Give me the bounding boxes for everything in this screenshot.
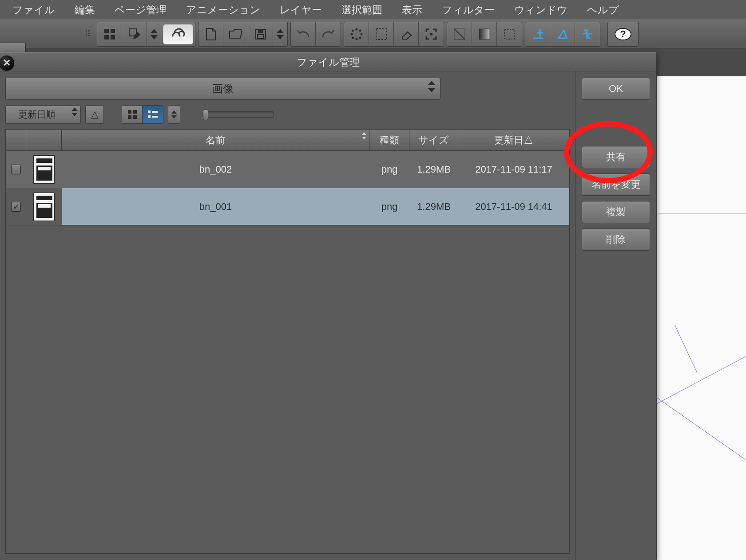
svg-rect-30 bbox=[152, 116, 158, 118]
col-date[interactable]: 更新日△ bbox=[458, 130, 569, 150]
svg-rect-27 bbox=[148, 110, 151, 113]
zoom-slider[interactable] bbox=[202, 111, 274, 118]
col-thumb[interactable] bbox=[26, 130, 62, 150]
col-size[interactable]: サイズ bbox=[409, 130, 458, 150]
stepper-icon bbox=[428, 81, 436, 92]
spinner-vertical-2[interactable] bbox=[273, 22, 287, 46]
svg-rect-24 bbox=[133, 110, 137, 114]
open-folder-icon[interactable] bbox=[223, 22, 248, 46]
sort-selector[interactable]: 更新日順 bbox=[5, 105, 81, 124]
share-button[interactable]: 共有 bbox=[582, 146, 650, 168]
menu-file[interactable]: ファイル bbox=[3, 0, 65, 20]
gradient-b-icon[interactable] bbox=[472, 22, 497, 46]
select-all-icon[interactable] bbox=[369, 22, 394, 46]
svg-rect-3 bbox=[111, 35, 115, 39]
col-type[interactable]: 種類 bbox=[369, 130, 409, 150]
menu-filter[interactable]: フィルター bbox=[432, 0, 504, 20]
delete-button[interactable]: 削除 bbox=[582, 229, 650, 251]
dialog-main: 画像 更新日順 △ bbox=[0, 71, 575, 560]
row-name: bn_001 bbox=[62, 201, 369, 213]
menu-window[interactable]: ウィンドウ bbox=[504, 0, 577, 20]
view-list-icon[interactable] bbox=[143, 106, 163, 123]
table-row[interactable]: bn_002 png 1.29MB 2017-11-09 11:17 bbox=[6, 151, 569, 188]
svg-point-15 bbox=[352, 29, 354, 32]
svg-rect-7 bbox=[258, 35, 264, 39]
menu-layer[interactable]: レイヤー bbox=[270, 0, 332, 20]
category-selector[interactable]: 画像 bbox=[5, 78, 440, 100]
sort-selector-label: 更新日順 bbox=[18, 108, 56, 121]
row-checkbox[interactable]: ✓ bbox=[11, 202, 21, 212]
help-icon[interactable]: ? bbox=[608, 22, 638, 46]
redo-icon[interactable] bbox=[316, 22, 341, 46]
spinner-vertical[interactable] bbox=[147, 22, 161, 46]
undo-icon[interactable] bbox=[291, 22, 316, 46]
row-date: 2017-11-09 11:17 bbox=[458, 164, 569, 175]
tool-group-undo bbox=[290, 22, 341, 47]
menu-page[interactable]: ページ管理 bbox=[105, 0, 176, 20]
thumb-size-stepper[interactable] bbox=[168, 105, 180, 124]
sort-direction-button[interactable]: △ bbox=[85, 105, 104, 124]
svg-rect-20 bbox=[504, 29, 514, 39]
svg-rect-28 bbox=[152, 111, 158, 113]
table-body: bn_002 png 1.29MB 2017-11-09 11:17 ✓ bn_… bbox=[6, 151, 569, 553]
svg-point-14 bbox=[350, 33, 353, 35]
col-name[interactable]: 名前 bbox=[62, 130, 369, 150]
svg-point-17 bbox=[430, 33, 433, 35]
rename-button[interactable]: 名前を変更 bbox=[582, 174, 650, 196]
tool-group-help: ? bbox=[607, 22, 639, 47]
menu-animation[interactable]: アニメーション bbox=[176, 0, 270, 20]
svg-rect-29 bbox=[148, 115, 151, 118]
grid-view-icon[interactable] bbox=[97, 22, 122, 46]
edit-swap-icon[interactable] bbox=[122, 22, 147, 46]
svg-text:?: ? bbox=[620, 28, 626, 39]
tool-group-canvas bbox=[344, 22, 444, 47]
menubar: ファイル 編集 ページ管理 アニメーション レイヤー 選択範囲 表示 フィルター… bbox=[0, 0, 746, 20]
svg-rect-1 bbox=[111, 29, 115, 33]
file-table: 名前 種類 サイズ 更新日△ bn_002 png bbox=[5, 129, 570, 554]
svg-rect-2 bbox=[104, 35, 109, 39]
menu-view[interactable]: 表示 bbox=[392, 0, 432, 20]
svg-rect-0 bbox=[104, 29, 109, 33]
snap-ruler-icon[interactable] bbox=[525, 22, 550, 46]
svg-rect-26 bbox=[133, 115, 137, 119]
guide-line bbox=[658, 213, 746, 213]
dialog-sidebar: OK 共有 名前を変更 複製 削除 bbox=[575, 71, 656, 560]
cloud-sync-icon[interactable] bbox=[163, 24, 193, 44]
new-file-icon[interactable] bbox=[198, 22, 223, 46]
tool-group-file bbox=[198, 22, 288, 47]
col-checkbox[interactable] bbox=[6, 130, 26, 150]
svg-point-10 bbox=[360, 33, 362, 35]
toolbar: ⠿ bbox=[0, 20, 746, 48]
svg-rect-25 bbox=[128, 115, 131, 119]
svg-rect-19 bbox=[479, 29, 490, 39]
duplicate-button[interactable]: 複製 bbox=[582, 201, 650, 223]
vector-line bbox=[675, 325, 698, 373]
row-name: bn_002 bbox=[62, 164, 369, 175]
snap-perspective-icon[interactable] bbox=[550, 22, 575, 46]
table-header: 名前 種類 サイズ 更新日△ bbox=[6, 130, 569, 151]
marquee-icon[interactable] bbox=[497, 22, 522, 46]
svg-point-13 bbox=[352, 36, 354, 39]
row-thumbnail bbox=[33, 193, 55, 221]
save-icon[interactable] bbox=[248, 22, 273, 46]
svg-point-8 bbox=[355, 28, 357, 30]
menu-edit[interactable]: 編集 bbox=[65, 0, 105, 20]
fit-screen-icon[interactable] bbox=[419, 22, 444, 46]
gradient-a-icon[interactable] bbox=[447, 22, 472, 46]
svg-rect-16 bbox=[376, 29, 387, 39]
stepper-icon bbox=[71, 107, 78, 116]
table-row[interactable]: ✓ bn_001 png 1.29MB 2017-11-09 14:41 bbox=[6, 188, 569, 225]
loader-icon[interactable] bbox=[344, 22, 369, 46]
ok-button[interactable]: OK bbox=[582, 78, 650, 100]
row-size: 1.29MB bbox=[409, 201, 458, 213]
view-grid-icon[interactable] bbox=[122, 106, 143, 123]
drag-handle-icon[interactable]: ⠿ bbox=[79, 24, 97, 44]
eraser-icon[interactable] bbox=[394, 22, 419, 46]
tool-group-workspace bbox=[97, 22, 195, 47]
snap-grid-icon[interactable] bbox=[575, 22, 600, 46]
menu-selection[interactable]: 選択範囲 bbox=[332, 0, 392, 20]
slider-thumb[interactable] bbox=[203, 110, 208, 120]
menu-help[interactable]: ヘルプ bbox=[577, 0, 629, 20]
row-size: 1.29MB bbox=[409, 164, 458, 175]
row-checkbox[interactable] bbox=[11, 165, 21, 174]
